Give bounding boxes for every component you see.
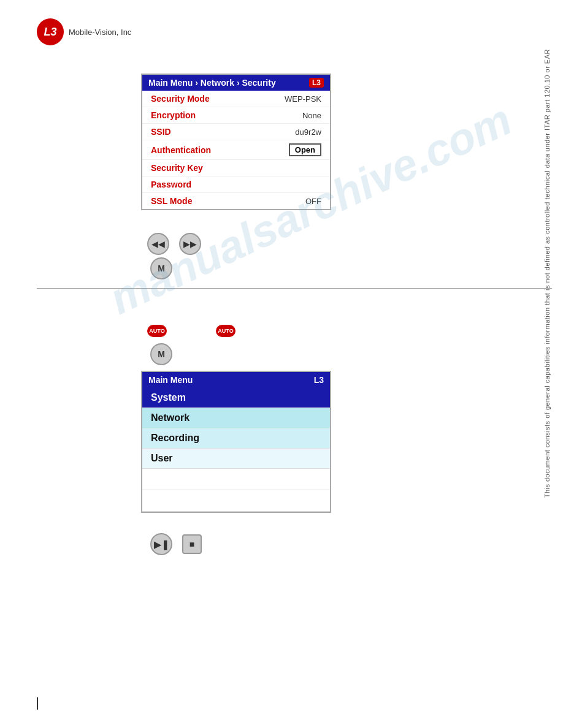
logo-icon: L3 xyxy=(37,18,64,45)
ssl-mode-value: OFF xyxy=(305,197,321,206)
main-menu-header: Main Menu L3 xyxy=(142,372,330,388)
ssl-mode-label: SSL Mode xyxy=(151,196,192,206)
auto-button-2[interactable]: AUTO xyxy=(216,325,236,337)
ssid-row: SSID du9r2w xyxy=(142,124,330,140)
auto-buttons: AUTO AUTO xyxy=(147,325,236,337)
menu-item-recording[interactable]: Recording xyxy=(142,428,330,449)
security-key-label: Security Key xyxy=(151,163,203,173)
menu-item-empty xyxy=(142,469,330,490)
nav-buttons-1: ◀◀ ▶▶ xyxy=(147,233,201,255)
encryption-value: None xyxy=(302,111,321,120)
encryption-label: Encryption xyxy=(151,110,196,120)
play-pause-button[interactable]: ▶❚ xyxy=(150,533,172,555)
ssid-label: SSID xyxy=(151,127,171,137)
l3-badge-main: L3 xyxy=(314,375,324,385)
security-panel-header: Main Menu › Network › Security L3 xyxy=(142,75,330,91)
section-divider xyxy=(37,288,552,289)
authentication-label: Authentication xyxy=(151,145,211,155)
authentication-row: Authentication Open xyxy=(142,140,330,160)
logo-area: L3 Mobile-Vision, Inc xyxy=(37,18,131,45)
security-mode-value: WEP-PSK xyxy=(285,94,321,104)
menu-item-network[interactable]: Network xyxy=(142,408,330,428)
forward-button[interactable]: ▶▶ xyxy=(179,233,201,255)
open-button[interactable]: Open xyxy=(289,143,321,156)
main-menu-title: Main Menu xyxy=(148,375,193,385)
security-mode-label: Security Mode xyxy=(151,94,210,104)
password-label: Password xyxy=(151,180,191,189)
security-key-row: Security Key xyxy=(142,160,330,176)
nav-buttons-2: ▶❚ ■ xyxy=(150,533,202,555)
security-panel: Main Menu › Network › Security L3 Securi… xyxy=(141,74,331,210)
rewind-button[interactable]: ◀◀ xyxy=(147,233,169,255)
main-menu-panel: Main Menu L3 System Network Recording Us… xyxy=(141,371,331,513)
m-button-1[interactable]: M xyxy=(150,257,172,279)
ssid-value: du9r2w xyxy=(295,127,321,137)
encryption-row: Encryption None xyxy=(142,107,330,124)
menu-item-empty2 xyxy=(142,490,330,512)
l3-badge-top: L3 xyxy=(309,78,324,88)
company-name: Mobile-Vision, Inc xyxy=(69,28,131,37)
security-mode-row: Security Mode WEP-PSK xyxy=(142,91,330,107)
ssl-mode-row: SSL Mode OFF xyxy=(142,193,330,209)
menu-item-system[interactable]: System xyxy=(142,388,330,408)
stop-button[interactable]: ■ xyxy=(182,534,202,554)
side-text: This document consists of general capabi… xyxy=(543,49,552,498)
m-button-2[interactable]: M xyxy=(150,343,172,365)
menu-item-user[interactable]: User xyxy=(142,449,330,469)
password-row: Password xyxy=(142,176,330,193)
logo-symbol: L3 xyxy=(44,26,56,39)
auto-button-1[interactable]: AUTO xyxy=(147,325,167,337)
page-line xyxy=(37,697,38,710)
security-breadcrumb: Main Menu › Network › Security xyxy=(148,78,276,88)
